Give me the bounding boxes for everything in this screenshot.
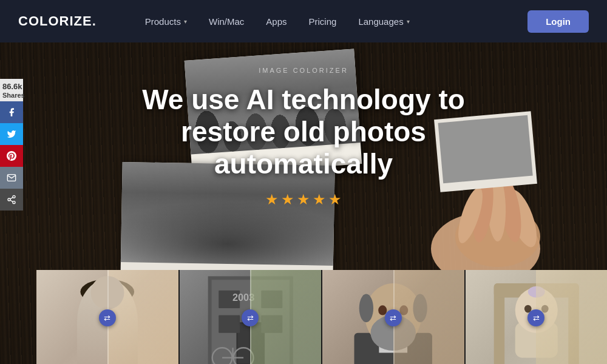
svg-point-1 [8, 198, 10, 201]
star-4: ★ [313, 191, 326, 208]
swap-icon-3[interactable]: ⇄ [385, 309, 402, 326]
swap-icon-1[interactable]: ⇄ [99, 309, 116, 326]
twitter-share-button[interactable] [0, 123, 23, 145]
swap-icon-4[interactable]: ⇄ [527, 309, 544, 326]
swap-icon-2[interactable]: ⇄ [242, 309, 259, 326]
colorized-half-1 [107, 270, 178, 364]
nav-links: Products ▾ Win/Mac Apps Pricing Language… [145, 16, 527, 27]
svg-line-4 [10, 197, 13, 199]
hero-content: IMAGE COLORIZER We use AI technology to … [121, 67, 486, 208]
svg-line-20 [83, 315, 87, 317]
colorized-half-2 [250, 270, 321, 364]
chevron-down-icon-2: ▾ [407, 18, 410, 25]
bottom-photo-strips: ⇄ [36, 270, 607, 364]
photo-strip-2: 2003 ⇄ [180, 270, 323, 364]
star-3: ★ [297, 191, 310, 208]
colorized-half-3 [393, 270, 464, 364]
logo: COLORIZE. [18, 13, 97, 29]
svg-rect-28 [219, 315, 240, 333]
svg-line-3 [10, 200, 13, 202]
email-share-button[interactable] [0, 167, 23, 189]
social-sidebar: 86.6k Shares [0, 79, 23, 211]
nav-apps[interactable]: Apps [266, 16, 287, 27]
share-count: 86.6k Shares [0, 79, 23, 101]
photo-strip-4: ⇄ [466, 270, 608, 364]
nav-products[interactable]: Products ▾ [145, 16, 187, 27]
star-rating: ★ ★ ★ ★ ★ [121, 191, 486, 208]
navbar: COLORIZE. Products ▾ Win/Mac Apps Pricin… [0, 0, 607, 42]
pinterest-share-button[interactable] [0, 145, 23, 167]
nav-winmac[interactable]: Win/Mac [209, 16, 244, 27]
general-share-button[interactable] [0, 189, 23, 211]
nav-pricing[interactable]: Pricing [309, 16, 337, 27]
svg-point-41 [359, 294, 373, 323]
svg-point-0 [13, 195, 15, 198]
star-5: ★ [328, 191, 342, 208]
chevron-down-icon: ▾ [184, 18, 187, 25]
hero-title: We use AI technology to restore old phot… [121, 84, 486, 180]
photo-strip-3: ⇄ [322, 270, 466, 364]
hero-section: 86.6k Shares [0, 42, 607, 364]
login-button[interactable]: Login [527, 10, 589, 33]
star-1: ★ [265, 191, 279, 208]
star-2: ★ [281, 191, 294, 208]
photo-strip-1: ⇄ [36, 270, 180, 364]
nav-languages[interactable]: Languages ▾ [358, 16, 409, 27]
svg-point-2 [13, 201, 15, 203]
hero-label: IMAGE COLORIZER [121, 67, 486, 74]
facebook-share-button[interactable] [0, 101, 23, 123]
colorized-half-4 [536, 270, 607, 364]
